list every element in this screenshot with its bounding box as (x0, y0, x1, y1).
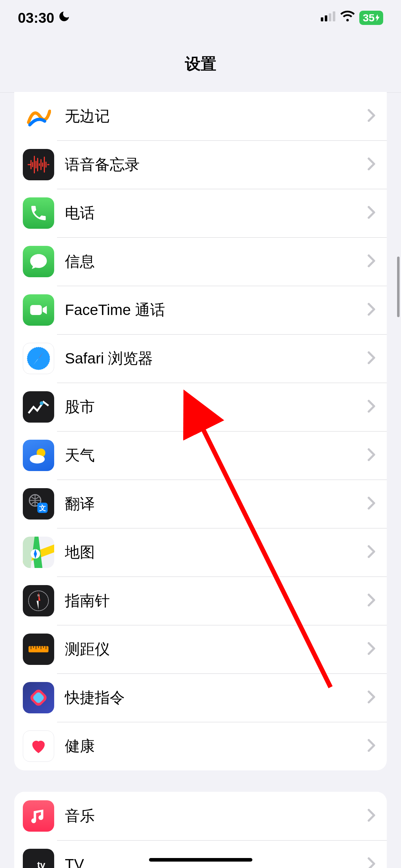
home-indicator[interactable] (149, 858, 252, 862)
svg-text:N: N (37, 594, 40, 597)
health-icon (23, 730, 54, 762)
safari-icon (23, 343, 54, 374)
row-label: 快捷指令 (65, 688, 367, 708)
settings-row-weather[interactable]: 天气 (14, 431, 387, 480)
status-bar: 03:30 35 (0, 0, 401, 36)
chevron-right-icon (367, 545, 375, 559)
chevron-right-icon (367, 206, 375, 220)
row-label: 测距仪 (65, 639, 367, 659)
row-label: 无边记 (65, 106, 367, 126)
settings-row-freeform[interactable]: 无边记 (14, 92, 387, 140)
chevron-right-icon (367, 809, 375, 823)
svg-point-11 (30, 455, 45, 464)
scroll-indicator[interactable] (397, 257, 400, 317)
nav-header: 设置 (0, 36, 401, 93)
facetime-icon (23, 294, 54, 326)
translate-icon: 文 (23, 488, 54, 520)
svg-rect-4 (30, 305, 42, 315)
maps-icon (23, 537, 54, 568)
cellular-signal-icon (321, 10, 336, 26)
chevron-right-icon (367, 691, 375, 705)
chevron-right-icon (367, 109, 375, 123)
chevron-right-icon (367, 157, 375, 172)
music-icon (23, 800, 54, 832)
stocks-icon (23, 391, 54, 423)
chevron-right-icon (367, 448, 375, 463)
chevron-right-icon (367, 400, 375, 414)
settings-row-safari[interactable]: Safari 浏览器 (14, 334, 387, 383)
settings-row-phone[interactable]: 电话 (14, 189, 387, 237)
settings-row-messages[interactable]: 信息 (14, 237, 387, 286)
phone-icon (23, 197, 54, 229)
weather-icon (23, 440, 54, 471)
settings-section-media: 音乐 tv TV (14, 792, 387, 868)
chevron-right-icon (367, 857, 375, 868)
chevron-right-icon (367, 254, 375, 269)
settings-row-measure[interactable]: 测距仪 (14, 625, 387, 673)
settings-section-apps: 无边记 语音备忘录 电话 信息 (14, 92, 387, 770)
settings-row-compass[interactable]: N 指南针 (14, 577, 387, 625)
settings-list[interactable]: 无边记 语音备忘录 电话 信息 (0, 92, 401, 868)
voicememos-icon (23, 149, 54, 180)
shortcuts-icon (23, 682, 54, 713)
settings-row-maps[interactable]: 地图 (14, 528, 387, 577)
row-label: 电话 (65, 203, 367, 223)
row-label: FaceTime 通话 (65, 300, 367, 320)
row-label: 指南针 (65, 591, 367, 611)
settings-row-facetime[interactable]: FaceTime 通话 (14, 286, 387, 334)
page-title: 设置 (185, 53, 216, 74)
messages-icon (23, 246, 54, 277)
settings-row-translate[interactable]: 文 翻译 (14, 480, 387, 528)
row-label: 音乐 (65, 806, 367, 826)
row-label: 信息 (65, 252, 367, 272)
svg-text:文: 文 (39, 504, 46, 512)
settings-row-voicememos[interactable]: 语音备忘录 (14, 140, 387, 189)
row-label: 语音备忘录 (65, 155, 367, 175)
settings-row-tv[interactable]: tv TV (14, 840, 387, 868)
chevron-right-icon (367, 497, 375, 511)
settings-row-shortcuts[interactable]: 快捷指令 (14, 673, 387, 722)
wifi-icon (340, 10, 355, 26)
svg-rect-2 (329, 13, 331, 21)
row-label: 股市 (65, 397, 367, 417)
chevron-right-icon (367, 351, 375, 366)
settings-row-music[interactable]: 音乐 (14, 792, 387, 840)
compass-icon: N (23, 585, 54, 616)
chevron-right-icon (367, 739, 375, 753)
battery-indicator: 35 (359, 11, 383, 25)
row-label: Safari 浏览器 (65, 348, 367, 368)
svg-rect-3 (333, 11, 335, 21)
row-label: 翻译 (65, 494, 367, 514)
svg-rect-1 (325, 15, 327, 21)
svg-text:tv: tv (37, 860, 46, 868)
settings-row-health[interactable]: 健康 (14, 722, 387, 770)
do-not-disturb-icon (58, 10, 71, 26)
status-time: 03:30 (18, 10, 54, 26)
chevron-right-icon (367, 642, 375, 656)
row-label: 健康 (65, 736, 367, 756)
row-label: 天气 (65, 445, 367, 465)
measure-icon (23, 634, 54, 665)
chevron-right-icon (367, 594, 375, 608)
svg-rect-0 (321, 17, 323, 21)
freeform-icon (23, 100, 54, 132)
settings-row-stocks[interactable]: 股市 (14, 383, 387, 431)
tv-icon: tv (23, 849, 54, 868)
chevron-right-icon (367, 303, 375, 317)
svg-point-9 (40, 401, 44, 405)
row-label: 地图 (65, 542, 367, 562)
